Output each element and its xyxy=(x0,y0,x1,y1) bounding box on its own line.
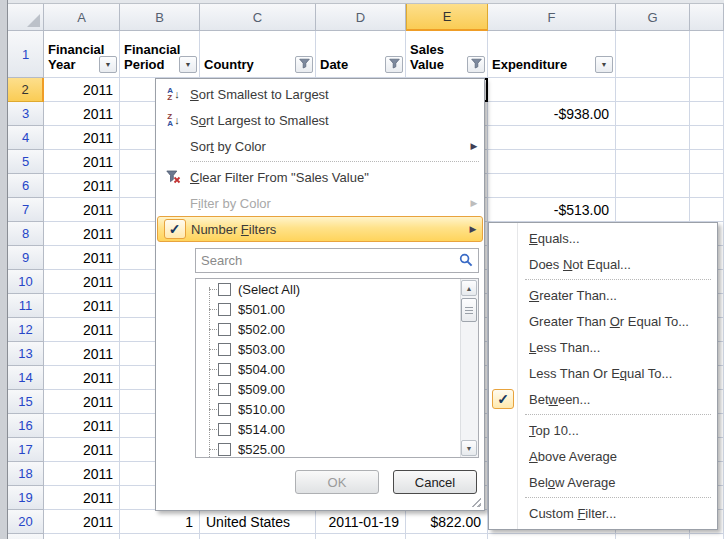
filter-value-item[interactable]: $503.00 xyxy=(196,339,478,359)
cell-G3[interactable] xyxy=(616,102,690,126)
cell-A14[interactable]: 2011 xyxy=(44,366,120,390)
filter-dropdown-button[interactable]: ▼ xyxy=(179,56,197,73)
value-checkbox[interactable] xyxy=(218,383,231,396)
filter-value-item[interactable]: $510.00 xyxy=(196,399,478,419)
resize-grip[interactable] xyxy=(469,495,481,507)
row-header-16[interactable]: 16 xyxy=(8,414,44,438)
row-header-20[interactable]: 20 xyxy=(8,510,44,534)
row-header-19[interactable]: 19 xyxy=(8,486,44,510)
cell-A3[interactable]: 2011 xyxy=(44,102,120,126)
cell-4[interactable] xyxy=(690,126,724,150)
cancel-button[interactable]: Cancel xyxy=(393,470,477,494)
column-header-G[interactable]: G xyxy=(616,4,690,31)
submenu-item-top-10[interactable]: Top 10... xyxy=(489,417,717,443)
value-checkbox[interactable] xyxy=(218,343,231,356)
row-header-7[interactable]: 7 xyxy=(8,198,44,222)
cell-A13[interactable]: 2011 xyxy=(44,342,120,366)
row-header-15[interactable]: 15 xyxy=(8,390,44,414)
cell-A10[interactable]: 2011 xyxy=(44,270,120,294)
cell-A9[interactable]: 2011 xyxy=(44,246,120,270)
cell-G5[interactable] xyxy=(616,150,690,174)
value-checkbox[interactable] xyxy=(218,303,231,316)
value-checkbox[interactable] xyxy=(218,443,231,456)
column-header-partial[interactable] xyxy=(690,4,724,31)
cell-A19[interactable]: 2011 xyxy=(44,486,120,510)
cell-F6[interactable] xyxy=(488,174,616,198)
menu-item-number-filters[interactable]: ✓Number Filters▶ xyxy=(157,216,483,242)
column-header-D[interactable]: D xyxy=(316,4,406,31)
filter-applied-button[interactable] xyxy=(467,56,485,73)
column-header-C[interactable]: C xyxy=(200,4,316,31)
cell-A5[interactable]: 2011 xyxy=(44,150,120,174)
row-header-4[interactable]: 4 xyxy=(8,126,44,150)
row-header-8[interactable]: 8 xyxy=(8,222,44,246)
value-checkbox[interactable] xyxy=(218,423,231,436)
row-header-2[interactable]: 2 xyxy=(8,78,44,102)
row-header-14[interactable]: 14 xyxy=(8,366,44,390)
submenu-item-greater-than-or-equal-to[interactable]: Greater Than Or Equal To... xyxy=(489,308,717,334)
row-header-3[interactable]: 3 xyxy=(8,102,44,126)
cell-A17[interactable]: 2011 xyxy=(44,438,120,462)
value-checkbox[interactable] xyxy=(218,363,231,376)
value-checkbox[interactable] xyxy=(218,283,231,296)
cell-G6[interactable] xyxy=(616,174,690,198)
cell-C20[interactable]: United States xyxy=(200,510,316,534)
cell-F2[interactable] xyxy=(488,78,616,102)
row-header-12[interactable]: 12 xyxy=(8,318,44,342)
cell-A12[interactable]: 2011 xyxy=(44,318,120,342)
cell-A18[interactable]: 2011 xyxy=(44,462,120,486)
menu-item-filter-by-color[interactable]: Filter by Color▶ xyxy=(157,190,483,216)
filter-value-item[interactable]: (Select All) xyxy=(196,279,478,299)
filter-value-item[interactable]: $509.00 xyxy=(196,379,478,399)
scrollbar-thumb[interactable] xyxy=(461,298,477,322)
column-header-A[interactable]: A xyxy=(44,4,120,31)
submenu-item-does-not-equal[interactable]: Does Not Equal... xyxy=(489,251,717,277)
submenu-item-greater-than[interactable]: Greater Than... xyxy=(489,282,717,308)
cell-F4[interactable] xyxy=(488,126,616,150)
row-header-5[interactable]: 5 xyxy=(8,150,44,174)
cell-D20[interactable]: 2011-01-19 xyxy=(316,510,406,534)
scroll-down-icon[interactable]: ▼ xyxy=(461,440,477,456)
cell-A4[interactable]: 2011 xyxy=(44,126,120,150)
row-header-10[interactable]: 10 xyxy=(8,270,44,294)
filter-applied-button[interactable] xyxy=(385,56,403,73)
menu-item-sort-smallest-to-largest[interactable]: AZ↓Sort Smallest to Largest xyxy=(157,81,483,107)
cell-6[interactable] xyxy=(690,174,724,198)
column-header-E[interactable]: E xyxy=(406,4,488,31)
row-header-6[interactable]: 6 xyxy=(8,174,44,198)
value-checkbox[interactable] xyxy=(218,323,231,336)
row-header-17[interactable]: 17 xyxy=(8,438,44,462)
cell-F5[interactable] xyxy=(488,150,616,174)
cell-7[interactable] xyxy=(690,198,724,222)
filter-dropdown-button[interactable]: ▼ xyxy=(99,56,117,73)
value-checkbox[interactable] xyxy=(218,403,231,416)
cell-5[interactable] xyxy=(690,150,724,174)
submenu-item-above-average[interactable]: Above Average xyxy=(489,443,717,469)
cell-B20[interactable]: 1 xyxy=(120,510,200,534)
cell-3[interactable] xyxy=(690,102,724,126)
filter-value-item[interactable]: $502.00 xyxy=(196,319,478,339)
select-all-corner[interactable] xyxy=(8,4,44,31)
row-header-9[interactable]: 9 xyxy=(8,246,44,270)
submenu-item-below-average[interactable]: Below Average xyxy=(489,469,717,495)
cell-A7[interactable]: 2011 xyxy=(44,198,120,222)
cell-A16[interactable]: 2011 xyxy=(44,414,120,438)
cell-2[interactable] xyxy=(690,78,724,102)
row-header-13[interactable]: 13 xyxy=(8,342,44,366)
cell-F3[interactable]: -$938.00 xyxy=(488,102,616,126)
filter-value-item[interactable]: $514.00 xyxy=(196,419,478,439)
filter-dropdown-button[interactable]: ▼ xyxy=(595,56,613,73)
menu-item-sort-largest-to-smallest[interactable]: ZA↓Sort Largest to Smallest xyxy=(157,107,483,133)
column-header-F[interactable]: F xyxy=(488,4,616,31)
cell-A20[interactable]: 2011 xyxy=(44,510,120,534)
filter-value-item[interactable]: $501.00 xyxy=(196,299,478,319)
filter-value-item[interactable]: $525.00 xyxy=(196,439,478,458)
ok-button[interactable]: OK xyxy=(295,470,379,494)
cell-A11[interactable]: 2011 xyxy=(44,294,120,318)
cell-G2[interactable] xyxy=(616,78,690,102)
cell-A2[interactable]: 2011 xyxy=(44,78,120,102)
row-header-21[interactable] xyxy=(8,534,44,539)
row-header-18[interactable]: 18 xyxy=(8,462,44,486)
cell-G7[interactable] xyxy=(616,198,690,222)
row-header-11[interactable]: 11 xyxy=(8,294,44,318)
